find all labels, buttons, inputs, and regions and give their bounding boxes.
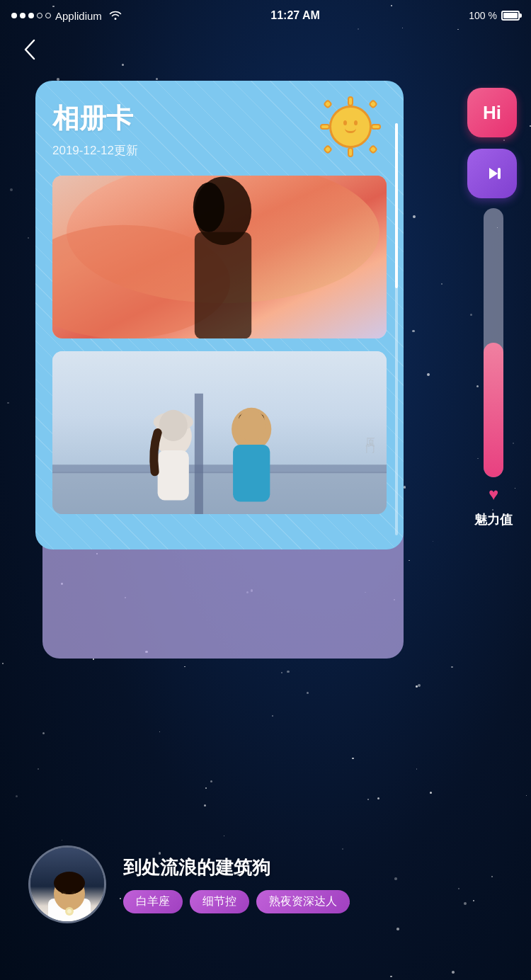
charm-label: 魅力值: [474, 511, 513, 528]
charm-heart-icon: ♥: [489, 484, 498, 504]
user-section: 到处流浪的建筑狗 白羊座 细节控 熟夜资深达人: [0, 845, 531, 923]
sun-ray-left: [320, 124, 330, 130]
svg-rect-8: [52, 465, 387, 473]
svg-point-17: [237, 410, 266, 441]
svg-rect-4: [195, 232, 251, 338]
user-info: 到处流浪的建筑狗 白羊座 细节控 熟夜资深达人: [123, 855, 503, 913]
avatar: [28, 845, 106, 923]
status-right: 100 %: [469, 10, 520, 21]
photo-1-svg: [52, 176, 387, 338]
status-left: Applidium: [11, 10, 122, 22]
sun-ray-bottom: [348, 147, 353, 157]
svg-rect-9: [195, 394, 203, 514]
dot4: [37, 13, 42, 18]
svg-point-23: [54, 872, 85, 894]
status-bar: Applidium 11:27 AM 100 %: [0, 0, 531, 31]
sun-decoration: [319, 95, 382, 159]
signal-dots: [11, 13, 51, 18]
hi-label: Hi: [483, 102, 501, 124]
charm-meter: ♥ 魅力值: [474, 208, 513, 528]
dot1: [11, 13, 17, 18]
card-wrapper: 相册卡 2019-12-12更新: [35, 81, 418, 549]
time-display: 11:27 AM: [270, 9, 320, 22]
battery-percent: 100 %: [469, 10, 497, 21]
avatar-svg: [30, 848, 104, 921]
tag-1[interactable]: 细节控: [190, 890, 249, 913]
sun-mouth: [345, 128, 356, 133]
play-icon: [482, 164, 502, 183]
card-scrollbar[interactable]: [395, 123, 398, 535]
tag-2[interactable]: 熟夜资深达人: [256, 890, 350, 913]
svg-rect-15: [233, 445, 270, 501]
avatar-inner: [30, 848, 104, 921]
sun-face: [329, 106, 372, 148]
photo-1-content: [52, 176, 387, 338]
play-button[interactable]: [467, 149, 517, 198]
photo-1: [52, 176, 387, 338]
main-content: 相册卡 2019-12-12更新: [0, 31, 531, 980]
sun-eyes: [343, 120, 358, 125]
dot2: [20, 13, 25, 18]
svg-rect-19: [498, 168, 501, 179]
svg-rect-11: [158, 450, 189, 500]
user-tags: 白羊座 细节控 熟夜资深达人: [123, 890, 503, 913]
hi-button[interactable]: Hi: [467, 88, 517, 137]
meter-track: [484, 208, 503, 477]
svg-point-25: [67, 909, 72, 913]
user-name: 到处流浪的建筑狗: [123, 855, 503, 880]
sun-eye-right: [354, 120, 358, 125]
tag-0[interactable]: 白羊座: [123, 890, 183, 913]
album-card: 相册卡 2019-12-12更新: [35, 81, 404, 549]
wifi-icon: [109, 10, 122, 22]
meter-fill: [484, 343, 503, 477]
right-buttons: Hi: [467, 88, 517, 198]
sun-eye-left: [343, 120, 347, 125]
battery-fill: [503, 13, 518, 18]
sun-emoji: [319, 95, 382, 159]
svg-rect-7: [52, 472, 387, 514]
sun-ray-top: [348, 96, 353, 106]
card-scrollbar-thumb: [395, 123, 398, 288]
svg-point-13: [159, 410, 188, 441]
svg-point-5: [193, 183, 224, 232]
svg-marker-18: [489, 168, 498, 179]
sun-body: [329, 106, 372, 148]
carrier-label: Applidium: [55, 10, 102, 22]
dot5: [45, 13, 51, 18]
photo-2-content: 厦 门: [52, 351, 387, 514]
dot3: [28, 13, 34, 18]
photo-2: 厦 门: [52, 351, 387, 514]
photo-watermark: 厦 门: [364, 429, 377, 436]
back-button[interactable]: [17, 37, 42, 62]
photo-2-svg: [52, 351, 387, 514]
sun-ray-right: [371, 124, 381, 130]
battery-icon: [501, 11, 520, 21]
